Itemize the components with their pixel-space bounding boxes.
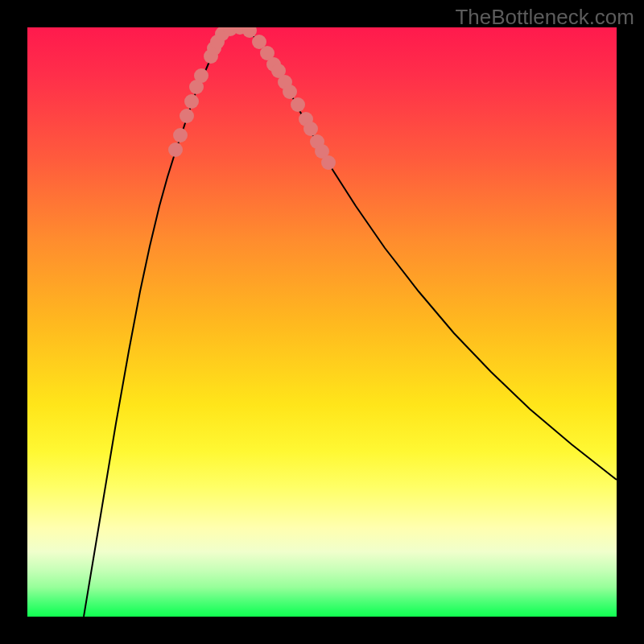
app-frame: TheBottleneck.com — [0, 0, 644, 644]
chart-plot-area — [27, 27, 617, 617]
chart-svg — [27, 27, 617, 617]
highlight-dot — [180, 109, 194, 123]
highlight-dot — [173, 128, 188, 142]
highlight-dot — [283, 85, 297, 99]
highlight-dot — [168, 142, 183, 157]
highlight-dots-layer — [168, 27, 336, 170]
highlight-dot — [321, 155, 336, 170]
highlight-dot — [291, 97, 305, 112]
watermark-label: TheBottleneck.com — [455, 5, 634, 30]
highlight-dot — [184, 94, 199, 109]
highlight-dot — [194, 68, 208, 83]
series-right-branch — [253, 35, 617, 480]
series-left-branch — [84, 39, 221, 617]
highlight-dot — [303, 122, 318, 136]
